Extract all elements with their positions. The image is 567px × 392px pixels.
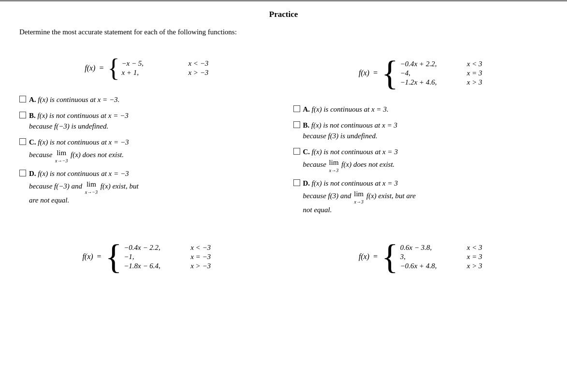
cases-rows-1: −x − 5, x < −3 x + 1, x > −3 (121, 59, 208, 77)
function-display-1: f(x) = { −x − 5, x < −3 x + 1, x > −3 (19, 56, 274, 81)
problem-2: f(x) = { −0.4x + 2.2, x < 3 −4, x = 3 (293, 51, 548, 234)
page: Practice Determine the most accurate sta… (0, 0, 567, 392)
options-list-2: A. f(x) is continuous at x = 3. B. f(x) … (293, 104, 548, 220)
checkbox-1B[interactable] (19, 112, 26, 118)
problem-4: f(x) = { 0.6x − 3.8, x < 3 3, x = 3 (293, 234, 548, 302)
cases-4: { 0.6x − 3.8, x < 3 3, x = 3 −0.6x + 4.8… (381, 239, 482, 274)
brace-3: { (105, 239, 122, 274)
cases-rows-4: 0.6x − 3.8, x < 3 3, x = 3 −0.6x + 4.8, … (400, 244, 482, 270)
label-1B: B. (29, 112, 36, 119)
function-display-4: f(x) = { 0.6x − 3.8, x < 3 3, x = 3 (293, 239, 548, 274)
function-display-2: f(x) = { −0.4x + 2.2, x < 3 −4, x = 3 (293, 56, 548, 90)
case-row-2-3: −1.2x + 4.6, x > 3 (400, 78, 482, 87)
case-row-4-1: 0.6x − 3.8, x < 3 (400, 244, 482, 252)
case-row-1-2: x + 1, x > −3 (121, 69, 208, 77)
case-row-3-2: −1, x = −3 (124, 253, 211, 261)
label-1C: C. (29, 138, 36, 146)
checkbox-2D[interactable] (293, 179, 300, 186)
func-name-2: f(x) (359, 69, 369, 77)
case-row-4-2: 3, x = 3 (400, 253, 482, 261)
problems-grid-bottom: f(x) = { −0.4x − 2.2, x < −3 −1, x = −3 (19, 234, 548, 302)
brace-1: { (107, 56, 119, 81)
label-2D: D. (303, 179, 310, 187)
cases-3: { −0.4x − 2.2, x < −3 −1, x = −3 −1.8x −… (105, 239, 211, 274)
checkbox-2A[interactable] (293, 105, 300, 112)
option-1C: C. f(x) is not continuous at x = −3 beca… (19, 137, 274, 163)
instruction: Determine the most accurate statement fo… (19, 28, 548, 36)
checkbox-1A[interactable] (19, 96, 26, 102)
brace-4: { (381, 239, 398, 274)
page-title: Practice (19, 10, 548, 19)
case-row-4-3: −0.6x + 4.8, x > 3 (400, 262, 482, 270)
checkbox-1D[interactable] (19, 170, 26, 176)
label-2B: B. (303, 121, 310, 129)
option-2A: A. f(x) is continuous at x = 3. (293, 104, 548, 115)
option-1A: A. f(x) is continuous at x = −3. (19, 94, 274, 105)
problem-3: f(x) = { −0.4x − 2.2, x < −3 −1, x = −3 (19, 234, 274, 302)
case-row-1-1: −x − 5, x < −3 (121, 59, 208, 68)
cases-rows-2: −0.4x + 2.2, x < 3 −4, x = 3 −1.2x + 4.6… (400, 60, 482, 87)
option-1D: D. f(x) is not continuous at x = −3 beca… (19, 168, 274, 206)
brace-2: { (381, 56, 398, 90)
top-border (0, 0, 567, 1)
cases-2: { −0.4x + 2.2, x < 3 −4, x = 3 −1.2x + 4… (381, 56, 482, 90)
problem-1: f(x) = { −x − 5, x < −3 x + 1, x > −3 (19, 51, 274, 234)
problems-grid-top: f(x) = { −x − 5, x < −3 x + 1, x > −3 (19, 51, 548, 234)
checkbox-2B[interactable] (293, 121, 300, 128)
option-2C: C. f(x) is not continuous at x = 3 becau… (293, 146, 548, 173)
options-list-1: A. f(x) is continuous at x = −3. B. f(x)… (19, 94, 274, 210)
case-row-3-1: −0.4x − 2.2, x < −3 (124, 244, 211, 252)
label-2C: C. (303, 148, 310, 156)
checkbox-1C[interactable] (19, 138, 26, 145)
cases-rows-3: −0.4x − 2.2, x < −3 −1, x = −3 −1.8x − 6… (124, 244, 211, 270)
label-1D: D. (29, 170, 36, 177)
func-name-1: f(x) (85, 64, 95, 73)
label-2A: A. (303, 105, 310, 113)
function-display-3: f(x) = { −0.4x − 2.2, x < −3 −1, x = −3 (19, 239, 274, 274)
option-1B: B. f(x) is not continuous at x = −3becau… (19, 110, 274, 132)
func-name-3: f(x) (82, 252, 93, 261)
option-2B: B. f(x) is not continuous at x = 3becaus… (293, 120, 548, 142)
case-row-3-3: −1.8x − 6.4, x > −3 (124, 262, 211, 270)
checkbox-2C[interactable] (293, 148, 300, 155)
case-row-2-2: −4, x = 3 (400, 69, 482, 77)
option-2D: D. f(x) is not continuous at x = 3 becau… (293, 178, 548, 216)
cases-1: { −x − 5, x < −3 x + 1, x > −3 (107, 56, 208, 81)
func-name-4: f(x) (359, 252, 369, 261)
case-row-2-1: −0.4x + 2.2, x < 3 (400, 60, 482, 68)
label-1A: A. (29, 96, 36, 103)
